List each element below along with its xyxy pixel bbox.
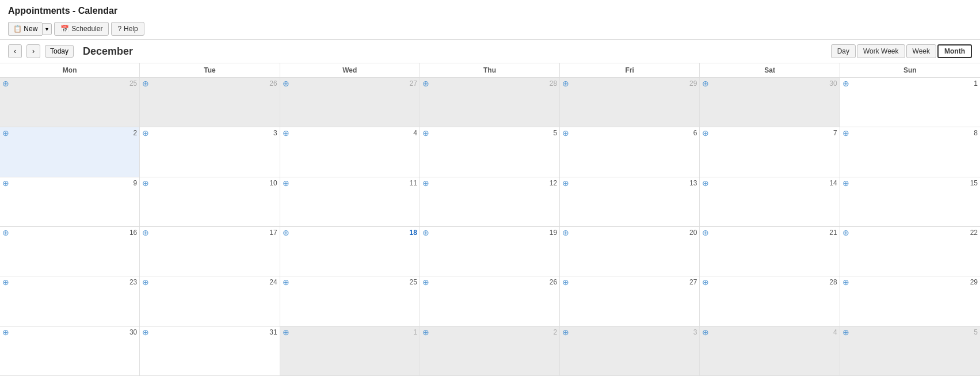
date-dec22: 22 — [849, 229, 978, 237]
date-dec2: 2 — [9, 129, 137, 137]
add-jan2[interactable]: ⊕ — [422, 328, 429, 336]
date-dec13: 13 — [569, 179, 697, 187]
cal-cell-jan4: ⊕4 — [700, 326, 840, 375]
view-buttons: Day Work Week Week Month — [831, 44, 972, 58]
calendar: Mon Tue Wed Thu Fri Sat Sun ⊕25 ⊕26 ⊕27 — [0, 63, 980, 376]
add-dec16[interactable]: ⊕ — [2, 229, 9, 237]
header-sun: Sun — [840, 63, 980, 77]
date-dec28: 28 — [709, 278, 837, 286]
date-dec30: 30 — [9, 328, 137, 336]
cal-cell-dec20: ⊕20 — [560, 227, 700, 276]
add-dec10[interactable]: ⊕ — [142, 179, 149, 187]
cal-cell-dec6: ⊕6 — [560, 127, 700, 176]
add-jan1[interactable]: ⊕ — [283, 328, 289, 336]
date-dec15: 15 — [849, 179, 978, 187]
add-dec21[interactable]: ⊕ — [702, 229, 709, 237]
add-dec9[interactable]: ⊕ — [2, 179, 9, 187]
add-nov30[interactable]: ⊕ — [702, 79, 709, 88]
add-dec14[interactable]: ⊕ — [702, 179, 709, 187]
cal-cell-nov27: ⊕27 — [280, 78, 420, 127]
calendar-header-row: Mon Tue Wed Thu Fri Sat Sun — [0, 63, 980, 78]
cal-cell-dec10: ⊕10 — [140, 177, 280, 226]
add-dec28[interactable]: ⊕ — [702, 278, 709, 286]
add-jan4[interactable]: ⊕ — [702, 328, 709, 336]
date-dec20: 20 — [569, 229, 697, 237]
new-button[interactable]: 📋 New — [8, 22, 42, 36]
prev-button[interactable]: ‹ — [8, 44, 22, 58]
view-workweek-button[interactable]: Work Week — [857, 44, 905, 58]
view-week-button[interactable]: Week — [906, 44, 936, 58]
add-dec17[interactable]: ⊕ — [142, 229, 149, 237]
cal-cell-dec31: ⊕31 — [140, 326, 280, 375]
new-dropdown-arrow[interactable]: ▾ — [42, 23, 52, 35]
header-tue: Tue — [140, 63, 280, 77]
date-dec24: 24 — [149, 278, 277, 286]
add-dec4[interactable]: ⊕ — [283, 129, 289, 137]
add-dec29[interactable]: ⊕ — [842, 278, 849, 286]
add-dec8[interactable]: ⊕ — [842, 129, 849, 137]
date-nov29: 29 — [569, 79, 697, 88]
add-dec11[interactable]: ⊕ — [283, 179, 289, 187]
cal-cell-dec8: ⊕8 — [840, 127, 980, 176]
add-jan5[interactable]: ⊕ — [842, 328, 849, 336]
today-button[interactable]: Today — [45, 45, 74, 58]
add-dec15[interactable]: ⊕ — [842, 179, 849, 187]
add-nov29[interactable]: ⊕ — [562, 79, 569, 88]
add-dec26[interactable]: ⊕ — [422, 278, 429, 286]
add-dec3[interactable]: ⊕ — [142, 129, 149, 137]
add-dec30[interactable]: ⊕ — [2, 328, 9, 336]
date-dec12: 12 — [429, 179, 557, 187]
add-jan3[interactable]: ⊕ — [562, 328, 569, 336]
add-nov26[interactable]: ⊕ — [142, 79, 149, 88]
date-nov26: 26 — [149, 79, 277, 88]
cal-cell-jan5: ⊕5 — [840, 326, 980, 375]
cal-cell-dec12: ⊕12 — [420, 177, 560, 226]
date-dec14: 14 — [709, 179, 837, 187]
add-dec1[interactable]: ⊕ — [842, 79, 849, 88]
add-dec13[interactable]: ⊕ — [562, 179, 569, 187]
view-day-button[interactable]: Day — [831, 44, 856, 58]
scheduler-button[interactable]: 📅 Scheduler — [54, 22, 109, 36]
date-dec27: 27 — [569, 278, 697, 286]
calendar-week-4: ⊕16 ⊕17 ⊕18 ⊕19 ⊕20 ⊕21 ⊕22 — [0, 227, 980, 276]
cal-cell-jan1: ⊕1 — [280, 326, 420, 375]
add-dec18[interactable]: ⊕ — [283, 229, 289, 237]
add-dec12[interactable]: ⊕ — [422, 179, 429, 187]
add-nov25[interactable]: ⊕ — [2, 79, 9, 88]
cal-cell-dec30: ⊕30 — [0, 326, 140, 375]
date-dec9: 9 — [9, 179, 137, 187]
date-dec29: 29 — [849, 278, 978, 286]
add-dec23[interactable]: ⊕ — [2, 278, 9, 286]
add-nov28[interactable]: ⊕ — [422, 79, 429, 88]
add-dec31[interactable]: ⊕ — [142, 328, 149, 336]
cal-cell-dec3: ⊕3 — [140, 127, 280, 176]
add-dec27[interactable]: ⊕ — [562, 278, 569, 286]
date-dec1: 1 — [849, 79, 978, 88]
next-button[interactable]: › — [26, 44, 40, 58]
calendar-week-2: ⊕2 ⊕3 ⊕4 ⊕5 ⊕6 ⊕7 ⊕8 — [0, 127, 980, 177]
date-nov25: 25 — [9, 79, 137, 88]
cal-cell-jan2: ⊕2 — [420, 326, 560, 375]
cal-cell-dec19: ⊕19 — [420, 227, 560, 276]
add-dec19[interactable]: ⊕ — [422, 229, 429, 237]
add-dec24[interactable]: ⊕ — [142, 278, 149, 286]
add-nov27[interactable]: ⊕ — [283, 79, 289, 88]
date-nov30: 30 — [709, 79, 837, 88]
add-dec22[interactable]: ⊕ — [842, 229, 849, 237]
cal-cell-dec5: ⊕5 — [420, 127, 560, 176]
add-dec5[interactable]: ⊕ — [422, 129, 429, 137]
add-dec25[interactable]: ⊕ — [283, 278, 289, 286]
add-dec2[interactable]: ⊕ — [2, 129, 9, 137]
add-dec7[interactable]: ⊕ — [702, 129, 709, 137]
calendar-week-3: ⊕9 ⊕10 ⊕11 ⊕12 ⊕13 ⊕14 ⊕15 — [0, 177, 980, 227]
date-jan4: 4 — [709, 328, 837, 336]
cal-cell-dec23: ⊕23 — [0, 276, 140, 325]
cal-cell-dec26: ⊕26 — [420, 276, 560, 325]
view-month-button[interactable]: Month — [937, 44, 972, 58]
add-dec6[interactable]: ⊕ — [562, 129, 569, 137]
add-dec20[interactable]: ⊕ — [562, 229, 569, 237]
help-button[interactable]: ? Help — [111, 22, 144, 36]
header-wed: Wed — [280, 63, 420, 77]
date-jan1: 1 — [289, 328, 417, 336]
new-button-group[interactable]: 📋 New ▾ — [8, 22, 52, 36]
